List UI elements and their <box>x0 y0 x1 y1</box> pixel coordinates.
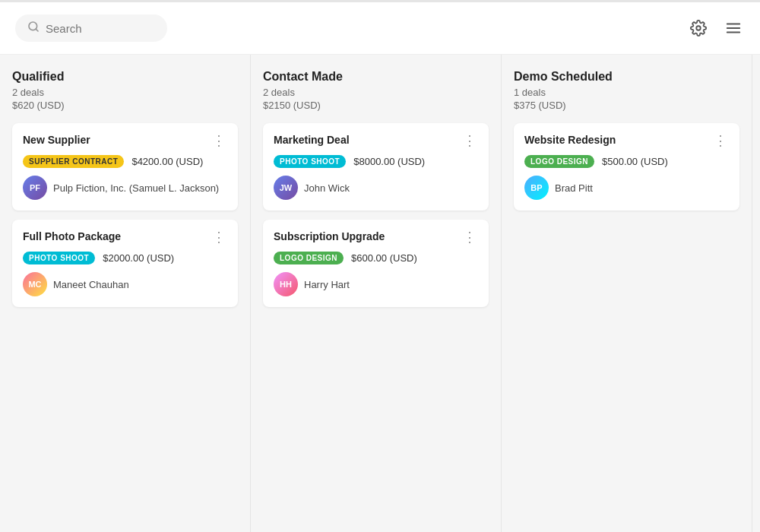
contact-name: Pulp Fiction, Inc. (Samuel L. Jackson) <box>53 182 219 194</box>
card-menu-button[interactable]: ⋮ <box>211 230 227 244</box>
search-container[interactable] <box>15 14 167 42</box>
deal-card-full-photo[interactable]: Full Photo Package ⋮ PHOTO SHOOT $2000.0… <box>12 220 238 307</box>
card-title: Marketing Deal <box>274 134 350 146</box>
card-badge: LOGO DESIGN <box>274 252 344 264</box>
contact-name: John Wick <box>304 182 350 194</box>
column-deals-count: 2 deals <box>12 87 238 98</box>
column-deals-count: 1 deals <box>514 87 739 98</box>
settings-button[interactable] <box>687 17 710 40</box>
column-header-qualified: Qualified 2 deals $620 (USD) <box>12 70 238 111</box>
card-amount: $600.00 (USD) <box>351 252 417 264</box>
avatar: JW <box>274 176 298 200</box>
search-input[interactable] <box>46 22 155 35</box>
contact-name: Harry Hart <box>304 279 350 290</box>
card-header: New Supplier ⋮ <box>23 134 227 147</box>
column-demo-scheduled: Demo Scheduled 1 deals $375 (USD) Websit… <box>502 55 752 532</box>
column-title: Contact Made <box>263 70 489 84</box>
card-header: Full Photo Package ⋮ <box>23 230 227 244</box>
card-contact: HH Harry Hart <box>274 272 478 296</box>
deal-card-website-redesign[interactable]: Website Redesign ⋮ LOGO DESIGN $500.00 (… <box>514 123 739 211</box>
menu-button[interactable] <box>722 17 745 40</box>
card-title: Full Photo Package <box>23 230 121 242</box>
column-contact-made: Contact Made 2 deals $2150 (USD) Marketi… <box>251 55 502 532</box>
card-title: Website Redesign <box>524 134 616 146</box>
card-amount: $500.00 (USD) <box>602 156 668 167</box>
card-badge: LOGO DESIGN <box>524 155 594 168</box>
card-amount: $8000.00 (USD) <box>353 156 425 167</box>
column-qualified: Qualified 2 deals $620 (USD) New Supplie… <box>0 55 251 532</box>
svg-point-2 <box>696 26 701 30</box>
card-body: LOGO DESIGN $500.00 (USD) <box>524 155 729 168</box>
column-value: $375 (USD) <box>514 100 739 111</box>
svg-line-1 <box>36 29 38 31</box>
card-body: LOGO DESIGN $600.00 (USD) <box>274 252 478 264</box>
deal-card-new-supplier[interactable]: New Supplier ⋮ SUPPLIER CONTRACT $4200.0… <box>12 123 238 211</box>
column-header-contact-made: Contact Made 2 deals $2150 (USD) <box>263 70 489 111</box>
card-contact: BP Brad Pitt <box>524 176 729 200</box>
card-header: Website Redesign ⋮ <box>524 134 729 147</box>
column-title: Qualified <box>12 70 238 84</box>
avatar: PF <box>23 176 47 200</box>
column-deals-count: 2 deals <box>263 87 489 98</box>
header <box>0 2 760 55</box>
card-title: Subscription Upgrade <box>274 230 385 242</box>
card-contact: PF Pulp Fiction, Inc. (Samuel L. Jackson… <box>23 176 227 200</box>
board-container: Qualified 2 deals $620 (USD) New Supplie… <box>0 55 760 532</box>
card-contact: MC Maneet Chauhan <box>23 272 227 296</box>
card-body: SUPPLIER CONTRACT $4200.00 (USD) <box>23 155 227 168</box>
card-amount: $4200.00 (USD) <box>131 156 203 167</box>
column-header-demo-scheduled: Demo Scheduled 1 deals $375 (USD) <box>514 70 739 111</box>
column-value: $620 (USD) <box>12 100 238 111</box>
avatar: BP <box>524 176 549 200</box>
contact-name: Maneet Chauhan <box>53 279 129 290</box>
card-badge: PHOTO SHOOT <box>23 252 95 264</box>
card-menu-button[interactable]: ⋮ <box>712 134 729 147</box>
card-menu-button[interactable]: ⋮ <box>461 134 478 147</box>
card-menu-button[interactable]: ⋮ <box>461 230 478 244</box>
card-badge: PHOTO SHOOT <box>274 155 346 168</box>
header-actions <box>687 17 745 40</box>
card-badge: SUPPLIER CONTRACT <box>23 155 124 168</box>
avatar: MC <box>23 272 47 296</box>
search-icon <box>27 21 40 36</box>
deal-card-subscription-upgrade[interactable]: Subscription Upgrade ⋮ LOGO DESIGN $600.… <box>263 220 489 307</box>
card-contact: JW John Wick <box>274 176 478 200</box>
card-body: PHOTO SHOOT $2000.00 (USD) <box>23 252 227 264</box>
column-title: Demo Scheduled <box>514 70 739 84</box>
card-menu-button[interactable]: ⋮ <box>211 134 227 147</box>
column-value: $2150 (USD) <box>263 100 489 111</box>
contact-name: Brad Pitt <box>555 182 593 194</box>
card-body: PHOTO SHOOT $8000.00 (USD) <box>274 155 478 168</box>
card-amount: $2000.00 (USD) <box>103 252 174 264</box>
card-header: Subscription Upgrade ⋮ <box>274 230 478 244</box>
card-header: Marketing Deal ⋮ <box>274 134 478 147</box>
card-title: New Supplier <box>23 134 90 146</box>
avatar: HH <box>274 272 298 296</box>
deal-card-marketing-deal[interactable]: Marketing Deal ⋮ PHOTO SHOOT $8000.00 (U… <box>263 123 489 211</box>
